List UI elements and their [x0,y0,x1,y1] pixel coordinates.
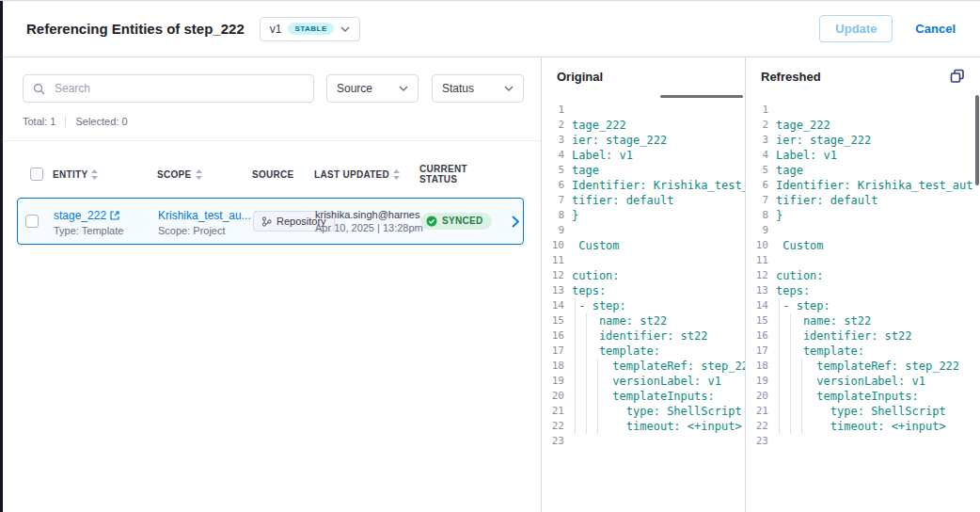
code-line: 16 identifier: st22 [542,328,745,344]
line-number: 10 [746,238,776,253]
indent-guide [779,298,780,313]
indent-guide [586,328,587,344]
indent-guide [790,313,791,328]
scope-link[interactable]: Krishika_test_au... [158,209,264,222]
select-all-checkbox[interactable] [30,168,43,181]
line-number: 13 [746,283,776,298]
indent-guide [597,404,598,419]
totals-row: Total: 1 Selected: 0 [0,103,541,141]
update-button[interactable]: Update [819,15,893,42]
original-code-lines: 12tage_2223ier: stage_2224Label: v15tage… [542,103,745,449]
search-input-wrapper [23,74,314,103]
code-text: } [776,208,980,223]
indent-guide [597,359,598,374]
code-text: tifier: default [572,193,745,208]
left-edge-strip [0,1,3,512]
code-text [572,434,745,449]
synced-status-badge: SYNCED [420,213,492,230]
code-line: 3ier: stage_222 [542,133,745,148]
indent-guide [790,419,791,434]
code-line: 10 Custom [542,238,745,253]
code-line: 6Identifier: Krishika_test_aut [746,178,980,193]
sort-icon[interactable] [91,169,98,180]
code-text: timeout: <+input> [776,419,980,434]
indent-guide [575,344,576,359]
indent-guide [801,419,802,434]
code-text: Label: v1 [776,148,980,163]
code-text: name: st22 [776,313,980,328]
code-line: 11 [746,253,980,268]
line-number: 9 [542,223,572,238]
indent-guide [779,419,780,434]
code-line: 7tifier: default [542,193,745,208]
diff-pane-original: Original 12tage_2223ier: stage_2224Label… [542,57,746,512]
sort-icon[interactable] [393,169,400,180]
code-line: 13teps: [746,283,980,298]
original-code-area[interactable]: 12tage_2223ier: stage_2224Label: v15tage… [542,95,745,512]
scope-cell: Krishika_test_au... Scope: Project [158,206,253,236]
line-number: 17 [542,344,572,359]
column-header-scope[interactable]: SCOPE [157,169,252,180]
horizontal-scrollbar[interactable] [660,95,743,98]
line-number: 6 [746,178,776,193]
indent-guide [779,344,780,359]
code-text: Custom [776,238,980,253]
code-line: 14 - step: [746,298,980,313]
code-line: 8} [746,208,980,223]
external-link-icon [110,211,119,220]
line-number: 3 [542,133,572,148]
indent-guide [779,404,780,419]
column-header-entity[interactable]: ENTITY [53,169,157,180]
code-line: 15 name: st22 [746,313,980,328]
cancel-button[interactable]: Cancel [911,16,959,41]
line-number: 23 [746,434,776,449]
indent-guide [586,389,587,404]
entity-cell: stage_222 Type: Template [54,206,158,236]
line-number: 8 [746,208,776,223]
copy-icon[interactable] [948,67,967,86]
indent-guide [586,359,587,374]
source-filter-dropdown[interactable]: Source [326,74,419,103]
column-header-current-status: CURRENT STATUS [419,164,506,184]
source-filter-label: Source [337,82,372,95]
indent-guide [790,389,791,404]
search-input[interactable] [53,81,304,96]
indent-guide [586,419,587,434]
diff-pane-refreshed: Refreshed 12tage_2223ier: stage_2224Labe… [746,57,980,512]
code-text: teps: [572,283,745,298]
line-number: 9 [746,223,776,238]
indent-guide [801,374,802,389]
code-text: templateRef: step_222 [776,359,980,374]
table-row[interactable]: stage_222 Type: Template Krishika_test_a… [17,198,524,245]
code-line: 18 templateRef: step_222 [746,359,980,374]
row-checkbox[interactable] [25,215,39,228]
last-updated-cell: krishika.singh@harnes... Apr 10, 2025 | … [315,209,420,233]
refreshed-code-area[interactable]: 12tage_2223ier: stage_2224Label: v15tage… [746,95,980,512]
updated-by: krishika.singh@harnes... [315,209,420,220]
indent-guide [575,389,576,404]
indent-guide [586,313,587,328]
code-text [776,253,980,268]
code-line: 8} [542,208,745,223]
code-line: 17 template: [746,344,980,359]
selected-count: Selected: 0 [75,116,127,127]
code-text: tage [776,163,980,178]
line-number: 13 [542,283,572,298]
indent-guide [801,404,802,419]
updated-at: Apr 10, 2025 | 13:28pm [315,222,420,233]
version-selector[interactable]: v1 STABLE [260,17,360,41]
row-expand-chevron[interactable] [512,216,519,228]
total-count: Total: 1 [23,116,55,127]
code-text: identifier: st22 [776,328,980,344]
line-number: 16 [746,328,776,344]
chevron-down-icon [504,86,514,91]
entity-link[interactable]: stage_222 [54,209,119,222]
code-line: 21 type: ShellScript [746,404,980,419]
line-number: 21 [542,404,572,419]
status-filter-dropdown[interactable]: Status [432,74,524,103]
indent-guide [597,389,598,404]
code-text: cution: [776,268,980,283]
code-text: name: st22 [572,313,745,328]
column-header-last-updated[interactable]: LAST UPDATED [314,169,419,180]
sort-icon[interactable] [196,169,202,180]
